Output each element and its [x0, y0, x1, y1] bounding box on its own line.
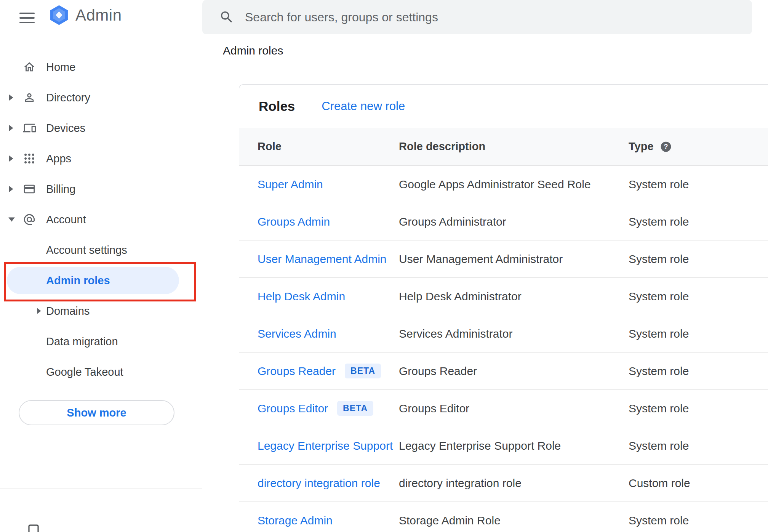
table-row: Services AdminServices AdministratorSyst…: [239, 315, 768, 352]
sidebar-item-label: Data migration: [46, 335, 118, 348]
sidebar-item-admin-roles[interactable]: Admin roles: [0, 265, 202, 296]
sidebar-item-data-migration[interactable]: Data migration: [0, 326, 202, 357]
sidebar-item-google-takeout[interactable]: Google Takeout: [0, 357, 202, 387]
sidebar-header: Admin: [0, 0, 202, 52]
role-link[interactable]: directory integration role: [258, 477, 380, 490]
table-header-row: Role Role description Type ?: [239, 128, 768, 165]
table-row: User Management AdminUser Management Adm…: [239, 240, 768, 277]
role-link[interactable]: Legacy Enterprise Support: [258, 439, 393, 452]
role-type: System role: [629, 178, 768, 191]
role-description: User Management Administrator: [399, 253, 629, 266]
role-description: Services Administrator: [399, 327, 629, 340]
admin-logo-icon: [48, 4, 70, 26]
role-type: System role: [629, 327, 768, 340]
table-row: Super AdminGoogle Apps Administrator See…: [239, 165, 768, 203]
chevron-right-icon[interactable]: [8, 125, 16, 131]
roles-card: Roles Create new role Role Role descript…: [239, 84, 768, 532]
role-description: Legacy Enterprise Support Role: [399, 439, 629, 452]
table-row: Storage AdminStorage Admin RoleSystem ro…: [239, 502, 768, 532]
sidebar-bottom-icon[interactable]: [27, 523, 40, 532]
role-description: directory integration role: [399, 477, 629, 490]
devices-icon: [23, 122, 36, 135]
sidebar-bottom-divider: [0, 489, 202, 489]
table-body: Super AdminGoogle Apps Administrator See…: [239, 165, 768, 532]
role-description: Google Apps Administrator Seed Role: [399, 178, 629, 191]
role-description: Groups Administrator: [399, 215, 629, 228]
role-link[interactable]: Services Admin: [258, 327, 336, 340]
main-content: Admin roles Roles Create new role Role R…: [202, 0, 768, 532]
role-type: System role: [629, 402, 768, 415]
role-type: System role: [629, 439, 768, 452]
chevron-right-icon[interactable]: [8, 95, 16, 101]
role-link[interactable]: Help Desk Admin: [258, 290, 345, 303]
sidebar-item-directory[interactable]: Directory: [0, 82, 202, 113]
role-type: Custom role: [629, 477, 768, 490]
sidebar-item-devices[interactable]: Devices: [0, 113, 202, 143]
show-more-button[interactable]: Show more: [19, 400, 174, 425]
sidebar-item-domains[interactable]: Domains: [0, 296, 202, 326]
sidebar-item-label: Domains: [46, 305, 90, 317]
role-link[interactable]: Groups Reader: [258, 365, 336, 378]
chevron-right-icon[interactable]: [8, 155, 16, 162]
breadcrumb-label: Admin roles: [223, 44, 283, 57]
search-bar[interactable]: [202, 0, 752, 34]
column-header-type: Type ?: [629, 140, 768, 153]
column-header-role: Role: [258, 140, 399, 153]
sidebar-item-label: Apps: [46, 152, 71, 165]
role-description: Storage Admin Role: [399, 514, 629, 527]
roles-title: Roles: [259, 99, 295, 114]
chevron-right-icon[interactable]: [37, 308, 42, 314]
search-input[interactable]: [245, 10, 741, 24]
role-type: System role: [629, 514, 768, 527]
sidebar-item-billing[interactable]: Billing: [0, 174, 202, 204]
role-type: System role: [629, 215, 768, 228]
sidebar-item-label: Devices: [46, 122, 85, 135]
role-description: Groups Reader: [399, 365, 629, 378]
roles-card-header: Roles Create new role: [239, 85, 768, 128]
create-new-role-link[interactable]: Create new role: [322, 99, 405, 113]
svg-text:?: ?: [664, 143, 668, 151]
table-row: Groups ReaderBETAGroups ReaderSystem rol…: [239, 352, 768, 389]
sidebar-item-home[interactable]: Home: [0, 52, 202, 82]
role-link[interactable]: Storage Admin: [258, 514, 333, 527]
sidebar-item-label: Account settings: [46, 244, 127, 256]
beta-badge: BETA: [345, 364, 381, 378]
role-description: Help Desk Administrator: [399, 290, 629, 303]
chevron-right-icon[interactable]: [8, 186, 16, 192]
column-header-role-description: Role description: [399, 140, 629, 153]
sidebar-item-account[interactable]: Account: [0, 204, 202, 235]
sidebar-item-label: Admin roles: [46, 274, 110, 287]
role-link[interactable]: Super Admin: [258, 178, 323, 191]
role-link[interactable]: User Management Admin: [258, 253, 387, 266]
role-type: System role: [629, 253, 768, 266]
directory-icon: [23, 91, 36, 104]
table-row: Legacy Enterprise SupportLegacy Enterpri…: [239, 427, 768, 464]
app-title: Admin: [75, 6, 122, 24]
help-icon[interactable]: ?: [660, 141, 672, 153]
sidebar-item-label: Account: [46, 213, 86, 226]
sidebar-item-label: Directory: [46, 91, 90, 104]
role-type: System role: [629, 290, 768, 303]
table-row: Groups AdminGroups AdministratorSystem r…: [239, 203, 768, 240]
role-link[interactable]: Groups Editor: [258, 402, 328, 415]
sidebar-item-label: Google Takeout: [46, 366, 123, 378]
home-icon: [23, 61, 36, 74]
role-link[interactable]: Groups Admin: [258, 215, 330, 228]
role-type: System role: [629, 365, 768, 378]
role-description: Groups Editor: [399, 402, 629, 415]
sidebar-item-apps[interactable]: Apps: [0, 143, 202, 174]
account-icon: [23, 213, 36, 226]
sidebar-nav: Home Directory Devices: [0, 52, 202, 425]
sidebar-item-account-settings[interactable]: Account settings: [0, 235, 202, 265]
table-row: Help Desk AdminHelp Desk AdministratorSy…: [239, 277, 768, 315]
sidebar-item-label: Home: [46, 61, 75, 74]
table-row: directory integration roledirectory inte…: [239, 464, 768, 502]
breadcrumb: Admin roles: [202, 34, 768, 67]
menu-icon[interactable]: [19, 12, 35, 24]
beta-badge: BETA: [337, 401, 373, 416]
chevron-down-icon[interactable]: [8, 217, 16, 222]
apps-icon: [23, 152, 36, 165]
billing-icon: [23, 183, 36, 195]
sidebar: Admin Home Directory Devices: [0, 0, 202, 532]
search-icon: [219, 10, 234, 25]
